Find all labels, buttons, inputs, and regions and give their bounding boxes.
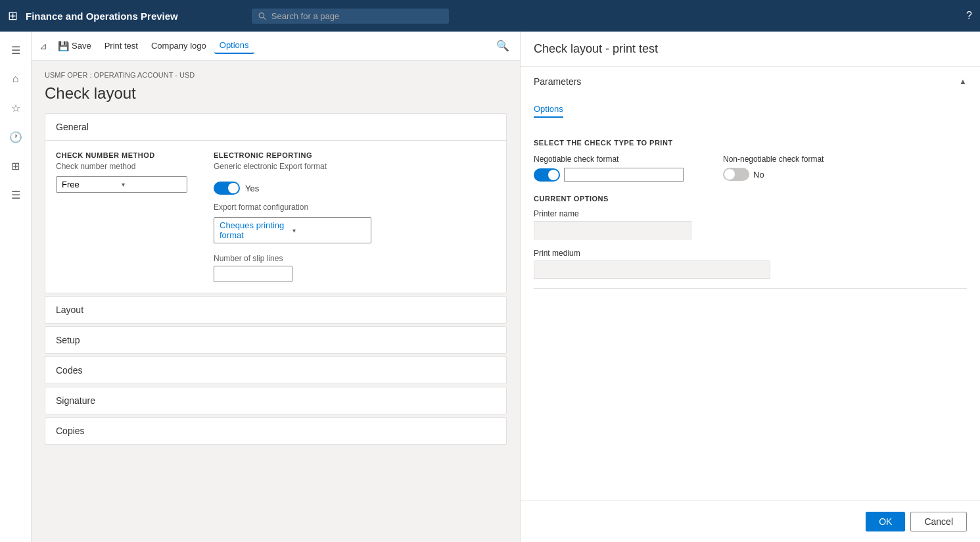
page-content: USMF OPER : OPERATING ACCOUNT - USD Chec…: [32, 61, 520, 542]
check-number-method-group: CHECK NUMBER METHOD Check number method …: [56, 151, 187, 282]
codes-section-header[interactable]: Codes: [45, 357, 506, 383]
right-panel: Check layout - print test Parameters ▲ O…: [520, 32, 980, 542]
breadcrumb: USMF OPER : OPERATING ACCOUNT - USD: [45, 71, 507, 79]
generic-export-label: Generic electronic Export format: [214, 162, 371, 171]
content-area: ⊿ 💾 Save Print test Company logo Options…: [32, 32, 520, 542]
search-input[interactable]: [271, 11, 442, 21]
parameters-header[interactable]: Parameters ▲: [534, 67, 967, 96]
check-number-method-label: CHECK NUMBER METHOD: [56, 151, 187, 159]
svg-line-1: [264, 17, 266, 19]
action-bar: ⊿ 💾 Save Print test Company logo Options…: [32, 32, 520, 61]
non-negotiable-toggle-row: No: [723, 168, 824, 181]
chevron-down-icon-2: ▾: [292, 227, 365, 234]
sidebar-item-workspaces[interactable]: ⊞: [3, 153, 29, 179]
sidebar-item-recent[interactable]: 🕐: [3, 124, 29, 150]
left-sidebar: ☰ ⌂ ☆ 🕐 ⊞ ☰: [0, 32, 32, 542]
options-tab[interactable]: Options: [534, 101, 563, 118]
search-icon: [258, 12, 266, 20]
check-number-method-select[interactable]: Free ▾: [56, 176, 187, 193]
printer-name-input[interactable]: [534, 221, 691, 239]
export-format-label: Export format configuration: [214, 203, 371, 212]
print-test-button[interactable]: Print test: [99, 38, 143, 53]
select-check-type-title: SELECT THE CHECK TYPE TO PRINT: [534, 139, 967, 147]
general-section-header[interactable]: General: [45, 114, 506, 140]
sidebar-item-favorites[interactable]: ☆: [3, 95, 29, 121]
setup-section-header[interactable]: Setup: [45, 327, 506, 353]
help-icon[interactable]: ?: [966, 10, 972, 22]
top-bar: ⊞ Finance and Operations Preview ?: [0, 0, 980, 32]
layout-section: Layout: [45, 296, 507, 324]
layout-section-header[interactable]: Layout: [45, 297, 506, 323]
general-section: General CHECK NUMBER METHOD Check number…: [45, 113, 507, 293]
non-negotiable-text: No: [753, 170, 764, 180]
signature-section-header[interactable]: Signature: [45, 387, 506, 414]
search-bar[interactable]: [252, 9, 449, 24]
electronic-reporting-label: ELECTRONIC REPORTING: [214, 151, 371, 159]
chevron-up-icon: ▲: [959, 77, 967, 86]
save-icon: 💾: [58, 41, 69, 51]
export-format-select[interactable]: Cheques printing format ▾: [214, 217, 371, 243]
negotiable-check-type: Negotiable check format Yes: [534, 155, 684, 182]
page-title: Check layout: [45, 84, 507, 103]
chevron-down-icon: ▾: [122, 181, 181, 188]
grid-icon[interactable]: ⊞: [8, 9, 18, 23]
current-options-title: CURRENT OPTIONS: [534, 195, 967, 203]
print-medium-field: Print medium Screen: [534, 249, 967, 279]
printer-name-field: Printer name: [534, 209, 967, 239]
generic-export-toggle-row: Yes: [214, 182, 371, 195]
negotiable-toggle[interactable]: [534, 168, 560, 182]
slip-lines-input[interactable]: 0: [214, 266, 292, 282]
sidebar-item-menu[interactable]: ☰: [3, 37, 29, 63]
sidebar-item-home[interactable]: ⌂: [3, 66, 29, 92]
negotiable-text-input[interactable]: Yes: [564, 168, 684, 182]
codes-section: Codes: [45, 357, 507, 384]
electronic-reporting-group: ELECTRONIC REPORTING Generic electronic …: [214, 151, 371, 282]
negotiable-label: Negotiable check format: [534, 155, 684, 164]
search-button[interactable]: 🔍: [494, 37, 512, 55]
parameters-title: Parameters: [534, 76, 581, 87]
save-button[interactable]: 💾 Save: [53, 38, 97, 54]
filter-icon: ⊿: [39, 41, 47, 51]
print-medium-label: Print medium: [534, 249, 967, 258]
svg-point-0: [259, 12, 264, 18]
copies-section: Copies: [45, 417, 507, 445]
negotiable-toggle-row: Yes: [534, 168, 684, 182]
slip-lines-group: Number of slip lines 0: [214, 254, 371, 282]
right-panel-title: Check layout - print test: [521, 32, 980, 67]
cancel-button[interactable]: Cancel: [910, 512, 967, 531]
non-negotiable-toggle[interactable]: [723, 168, 749, 181]
non-negotiable-label: Non-negotiable check format: [723, 155, 824, 164]
print-medium-input[interactable]: Screen: [534, 260, 770, 279]
signature-section: Signature: [45, 387, 507, 414]
options-button[interactable]: Options: [214, 37, 254, 54]
setup-section: Setup: [45, 326, 507, 354]
check-number-method-sublabel: Check number method: [56, 162, 187, 171]
app-title: Finance and Operations Preview: [26, 11, 178, 22]
slip-lines-label: Number of slip lines: [214, 254, 371, 263]
generic-export-toggle[interactable]: [214, 182, 240, 195]
ok-button[interactable]: OK: [866, 512, 905, 531]
printer-name-label: Printer name: [534, 209, 967, 218]
parameters-section: Parameters ▲ Options SELECT THE CHECK TY…: [534, 67, 967, 289]
non-negotiable-check-type: Non-negotiable check format No: [723, 155, 824, 182]
company-logo-button[interactable]: Company logo: [146, 38, 212, 53]
right-panel-footer: OK Cancel: [521, 501, 980, 542]
general-section-body: CHECK NUMBER METHOD Check number method …: [45, 140, 506, 293]
sidebar-item-modules[interactable]: ☰: [3, 182, 29, 208]
copies-section-header[interactable]: Copies: [45, 418, 506, 444]
general-fields-row: CHECK NUMBER METHOD Check number method …: [56, 151, 496, 282]
main-layout: ☰ ⌂ ☆ 🕐 ⊞ ☰ ⊿ 💾 Save Print test Company …: [0, 32, 980, 542]
generic-export-text: Yes: [245, 184, 259, 193]
right-panel-body: Parameters ▲ Options SELECT THE CHECK TY…: [521, 67, 980, 501]
check-type-row: Negotiable check format Yes Non-negotiab…: [534, 155, 967, 182]
